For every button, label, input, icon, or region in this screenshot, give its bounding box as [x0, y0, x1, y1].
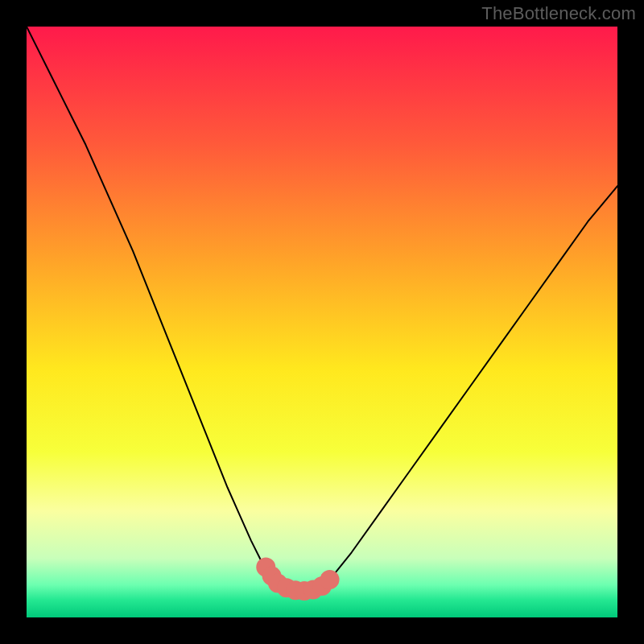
chart-svg: [27, 27, 617, 617]
watermark-text: TheBottleneck.com: [481, 3, 636, 24]
plot-area: [27, 27, 617, 617]
gradient-background: [27, 27, 617, 617]
chart-frame: TheBottleneck.com: [0, 0, 644, 644]
valley-marker: [320, 570, 340, 589]
